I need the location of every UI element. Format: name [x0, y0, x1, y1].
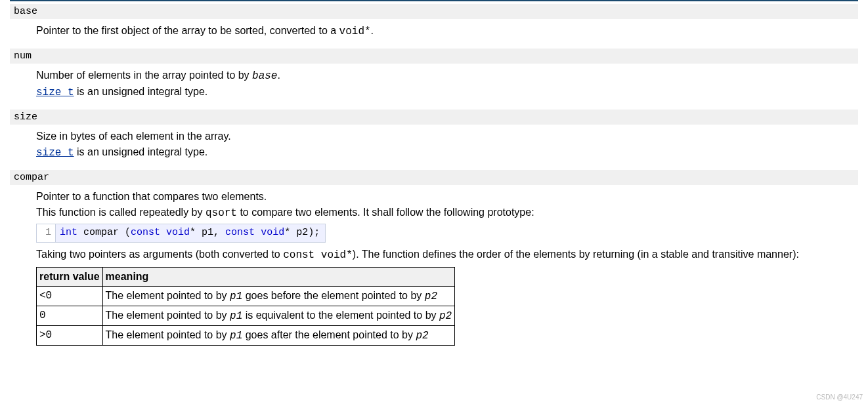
table-row: <0 The element pointed to by p1 goes bef… — [37, 286, 455, 306]
param-size-desc: Size in bytes of each element in the arr… — [36, 129, 858, 161]
cell-value: 0 — [37, 306, 103, 325]
cell-meaning: The element pointed to by p1 goes before… — [102, 286, 455, 306]
param-num-name: num — [10, 49, 858, 64]
col-meaning: meaning — [102, 267, 455, 286]
cell-meaning: The element pointed to by p1 goes after … — [102, 325, 455, 345]
code-text: compar ( — [77, 227, 131, 238]
code-italic: p2 — [425, 291, 437, 302]
parameter-list: base Pointer to the first object of the … — [0, 4, 868, 361]
text: is an unsigned integral type. — [74, 86, 208, 97]
cell-value: <0 — [37, 286, 103, 306]
text: Taking two pointers as arguments (both c… — [36, 249, 283, 260]
text: . — [277, 70, 280, 81]
keyword: int — [60, 227, 77, 238]
line-number: 1 — [37, 224, 56, 242]
code-inline: const void* — [283, 249, 353, 261]
size-t-link[interactable]: size_t — [36, 87, 74, 98]
code-italic: p1 — [230, 310, 242, 322]
code-text — [160, 227, 166, 238]
text: is an unsigned integral type. — [74, 146, 208, 157]
keyword: void — [166, 227, 190, 238]
text: ). The function defines the order of the… — [353, 249, 799, 260]
code-inline: qsort — [206, 207, 237, 219]
code-italic: p1 — [230, 330, 242, 342]
cell-value: >0 — [37, 325, 103, 345]
table-row: >0 The element pointed to by p1 goes aft… — [37, 325, 455, 345]
text: . — [371, 25, 374, 36]
cell-meaning: The element pointed to by p1 is equivale… — [102, 306, 455, 325]
param-compar-desc: Pointer to a function that compares two … — [36, 189, 858, 346]
prototype-codebox: 1int compar (const void* p1, const void*… — [36, 224, 326, 243]
table-header-row: return value meaning — [37, 267, 455, 286]
text: This function is called repeatedly by — [36, 207, 206, 218]
text: is equivalent to the element pointed to … — [242, 310, 439, 321]
code-text: * p2); — [284, 227, 320, 238]
keyword: void — [261, 227, 284, 238]
code-text — [255, 227, 261, 238]
text: The element pointed to by — [106, 290, 230, 301]
text: Number of elements in the array pointed … — [36, 70, 252, 81]
keyword: const — [225, 227, 255, 238]
code-italic: p2 — [416, 330, 428, 342]
param-num-desc: Number of elements in the array pointed … — [36, 68, 858, 100]
text: Size in bytes of each element in the arr… — [36, 131, 231, 142]
top-rule — [10, 0, 858, 1]
code-italic: p2 — [439, 310, 452, 322]
param-base-name: base — [10, 4, 858, 19]
param-compar-name: compar — [10, 170, 858, 185]
text: The element pointed to by — [106, 310, 230, 321]
text: goes before the element pointed to by — [242, 290, 425, 301]
text: goes after the element pointed to by — [242, 329, 416, 340]
text: Pointer to a function that compares two … — [36, 191, 267, 202]
code-text: * p1, — [190, 227, 225, 238]
col-return-value: return value — [37, 267, 103, 286]
text: Pointer to the first object of the array… — [36, 25, 339, 36]
param-size-name: size — [10, 110, 858, 125]
code-italic: base — [252, 70, 277, 82]
keyword: const — [131, 227, 160, 238]
text: to compare two elements. It shall follow… — [237, 207, 534, 218]
text: The element pointed to by — [106, 329, 230, 340]
return-value-table: return value meaning <0 The element poin… — [36, 267, 455, 346]
code-italic: p1 — [230, 291, 242, 302]
table-row: 0 The element pointed to by p1 is equiva… — [37, 306, 455, 325]
code-inline: void* — [339, 26, 371, 37]
size-t-link[interactable]: size_t — [36, 147, 74, 159]
code-line: int compar (const void* p1, const void* … — [56, 224, 325, 242]
param-base-desc: Pointer to the first object of the array… — [36, 23, 858, 39]
